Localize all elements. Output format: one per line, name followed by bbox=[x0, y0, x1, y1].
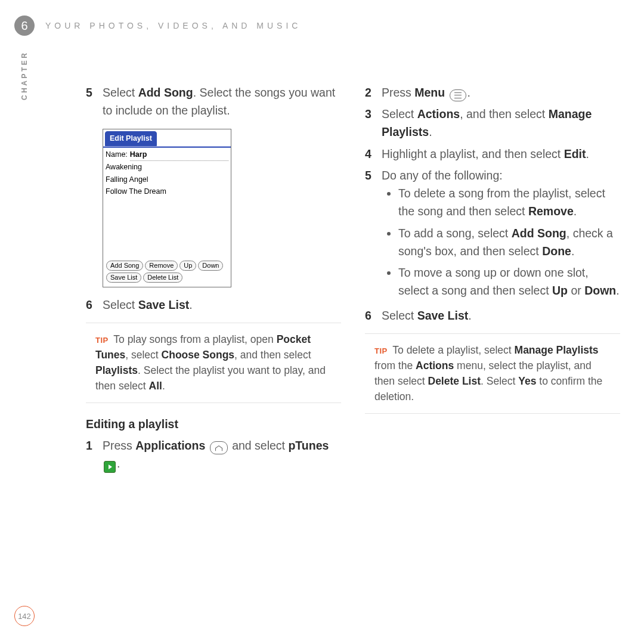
text: To play songs from a playlist, open bbox=[113, 333, 276, 345]
bold: Delete List bbox=[428, 375, 481, 387]
chapter-number-badge: 6 bbox=[14, 16, 35, 36]
bold: Manage Playlists bbox=[515, 344, 599, 356]
text: Select bbox=[382, 107, 417, 120]
bold: Done bbox=[542, 244, 571, 258]
screen-buttons: Add Song Remove Up Down Save List Delete… bbox=[103, 257, 231, 287]
tip-label: TIP bbox=[95, 336, 109, 345]
text: To delete a playlist, select bbox=[392, 344, 514, 356]
content-columns: 5 Select Add Song. Select the songs you … bbox=[86, 83, 620, 476]
step-highlight-playlist: 4 Highlight a playlist, and then select … bbox=[365, 145, 620, 163]
step-text: Press Menu . bbox=[382, 83, 620, 101]
bold: Yes bbox=[518, 375, 536, 387]
step-select-actions: 3 Select Actions, and then select Manage… bbox=[365, 105, 620, 141]
text: Highlight a playlist, and then select bbox=[382, 147, 564, 160]
step-number: 3 bbox=[365, 105, 373, 141]
text: To add a song, select bbox=[398, 227, 512, 240]
screen-empty-area bbox=[103, 197, 231, 257]
text: . bbox=[468, 309, 471, 322]
text: , select bbox=[125, 349, 161, 361]
add-song-button[interactable]: Add Song bbox=[106, 261, 143, 271]
step-text: Do any of the following: To delete a son… bbox=[382, 166, 620, 304]
step-number: 6 bbox=[365, 306, 373, 324]
screen-tab-row: Edit Playlist bbox=[103, 129, 231, 145]
step-do-following: 5 Do any of the following: To delete a s… bbox=[365, 166, 620, 304]
text: . bbox=[467, 86, 470, 99]
text: . bbox=[616, 284, 619, 297]
step-number: 4 bbox=[365, 145, 373, 163]
text: Do any of the following: bbox=[382, 169, 503, 182]
step-press-menu: 2 Press Menu . bbox=[365, 83, 620, 101]
bold: Save List bbox=[138, 298, 190, 311]
text: . bbox=[586, 147, 589, 160]
step-number: 6 bbox=[86, 296, 94, 314]
down-button[interactable]: Down bbox=[198, 261, 223, 271]
text: . bbox=[574, 205, 577, 218]
step-text: Press Applications and select pTunes . bbox=[103, 436, 341, 473]
applications-key-icon bbox=[210, 441, 228, 454]
step-text: Highlight a playlist, and then select Ed… bbox=[382, 145, 620, 163]
remove-button[interactable]: Remove bbox=[145, 261, 178, 271]
ptunes-app-icon bbox=[104, 461, 116, 473]
text: Select bbox=[103, 298, 138, 311]
song-row[interactable]: Awakening bbox=[103, 161, 231, 173]
text: . bbox=[571, 244, 574, 258]
step-press-applications: 1 Press Applications and select pTunes . bbox=[86, 436, 341, 473]
step-text: Select Save List. bbox=[382, 306, 620, 324]
text: . bbox=[189, 298, 192, 311]
step-add-song: 5 Select Add Song. Select the songs you … bbox=[86, 83, 341, 119]
bold: Down bbox=[584, 284, 616, 297]
bold: pTunes bbox=[288, 439, 329, 452]
bold: Playlists bbox=[95, 364, 138, 376]
tip-label: TIP bbox=[374, 346, 388, 355]
song-row[interactable]: Follow The Dream bbox=[103, 185, 231, 197]
step-text: Select Save List. bbox=[103, 296, 341, 314]
step-text: Select Actions, and then select Manage P… bbox=[382, 105, 620, 141]
song-row[interactable]: Falling Angel bbox=[103, 174, 231, 185]
menu-key-icon bbox=[450, 89, 466, 101]
step-save-list-2: 6 Select Save List. bbox=[365, 306, 620, 324]
text: . bbox=[429, 125, 432, 138]
bold: Menu bbox=[414, 86, 445, 99]
bold: Applications bbox=[135, 439, 205, 452]
bold: Remove bbox=[528, 205, 574, 218]
bullet-remove: To delete a song from the playlist, sele… bbox=[398, 184, 620, 220]
text: or bbox=[568, 284, 584, 297]
text: and select bbox=[232, 439, 288, 452]
text: . bbox=[117, 457, 120, 470]
page-number: 142 bbox=[14, 606, 35, 626]
bold: Actions bbox=[416, 360, 454, 371]
up-button[interactable]: Up bbox=[179, 261, 196, 271]
text: Select bbox=[103, 86, 138, 99]
tip-delete-playlist: TIP To delete a playlist, select Manage … bbox=[365, 333, 620, 414]
bold: Add Song bbox=[512, 227, 566, 240]
page-header: 6 YOUR PHOTOS, VIDEOS, AND MUSIC bbox=[14, 16, 620, 36]
step-number: 2 bbox=[365, 83, 373, 101]
bold: Actions bbox=[417, 107, 460, 120]
bullet-move: To move a song up or down one slot, sele… bbox=[398, 264, 620, 299]
save-list-button[interactable]: Save List bbox=[106, 273, 141, 283]
text: , and then select bbox=[234, 349, 311, 361]
step-number: 1 bbox=[86, 436, 94, 473]
edit-playlist-screen: Edit Playlist Name: Harp Awakening Falli… bbox=[103, 129, 231, 287]
text: . Select bbox=[481, 375, 518, 387]
bold: Edit bbox=[564, 147, 586, 160]
bold: Save List bbox=[417, 309, 469, 322]
step-save-list: 6 Select Save List. bbox=[86, 296, 341, 314]
text: Press bbox=[103, 439, 135, 452]
bold: All bbox=[149, 380, 162, 392]
chapter-side-label: CHAPTER bbox=[20, 51, 29, 100]
delete-list-button[interactable]: Delete List bbox=[143, 273, 182, 283]
step-text: Select Add Song. Select the songs you wa… bbox=[103, 83, 341, 119]
text: Select bbox=[382, 309, 417, 322]
bold: Up bbox=[552, 284, 568, 297]
chapter-title: YOUR PHOTOS, VIDEOS, AND MUSIC bbox=[45, 21, 301, 30]
step-number: 5 bbox=[365, 166, 373, 304]
text: Press bbox=[382, 86, 414, 99]
text: from the bbox=[374, 360, 416, 371]
tip-play-playlist: TIP To play songs from a playlist, open … bbox=[86, 323, 341, 403]
manual-page: 6 YOUR PHOTOS, VIDEOS, AND MUSIC CHAPTER… bbox=[0, 0, 644, 644]
bullet-add-song: To add a song, select Add Song, check a … bbox=[398, 224, 620, 260]
screen-tab[interactable]: Edit Playlist bbox=[105, 131, 157, 145]
playlist-name-input[interactable]: Harp bbox=[130, 149, 228, 161]
name-label: Name: bbox=[106, 149, 128, 161]
